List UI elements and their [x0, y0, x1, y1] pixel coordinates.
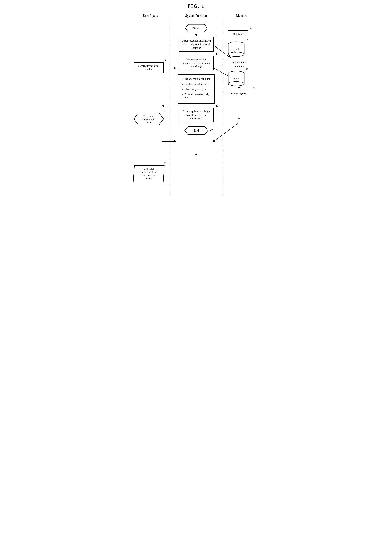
svg-text:User input: User input: [144, 167, 154, 170]
node19-number: 19: [164, 162, 167, 165]
database-wrapper: 5 Database: [228, 30, 248, 38]
bullet-item-4: Provides corrective help tips: [185, 92, 212, 99]
start-node: Start: [185, 24, 207, 33]
svg-text:User correct: User correct: [143, 115, 155, 118]
node16-number: 16: [216, 53, 218, 56]
diagram-body: Start 1 System acquires information when…: [128, 21, 264, 196]
knowledge-base-wrapper: 12 Knowledge base: [228, 90, 251, 97]
database-number: 5: [250, 27, 252, 30]
knowledge-base-number: 12: [252, 87, 255, 90]
database-box: Database: [228, 30, 248, 38]
node19-parallelogram: User input actual problem and corrective…: [133, 165, 165, 185]
node17-wrapper: 17 System update knowledge base if there…: [179, 108, 214, 123]
node18-number: 18: [163, 109, 166, 112]
col-header-right: Memory: [226, 14, 258, 18]
svg-marker-25: [212, 140, 216, 142]
node18-hex: User correct problem with help: [134, 112, 164, 125]
right-column: 5 Database 4 Hard Disk Save in: [223, 21, 264, 97]
harddisk1-number: 4: [247, 38, 248, 41]
column-headers: User Inputs System Function Memory: [128, 14, 264, 18]
node15-number: 15: [163, 59, 166, 62]
col-header-left: User Inputs: [134, 14, 166, 18]
bullet-item-1: Reports trouble condition: [185, 77, 212, 81]
bullet-list-box: Reports trouble condition Displays possi…: [178, 74, 215, 104]
svg-marker-13: [174, 140, 176, 142]
harddisk1-wrapper: 4 Hard Disk: [228, 41, 245, 58]
node18-wrapper: 18 User correct problem with help: [134, 112, 164, 126]
node16-box: System analysis the equipment with its a…: [179, 56, 214, 70]
svg-text:actual problem: actual problem: [142, 171, 156, 173]
svg-marker-27: [238, 118, 240, 120]
node19-wrapper: 19 User input actual problem and correct…: [133, 165, 165, 185]
center-column: Start 1 System acquires information when…: [170, 21, 223, 136]
bullet-item-3: Gives analysis report: [185, 87, 212, 91]
svg-marker-15: [195, 154, 197, 156]
harddisk2-wrapper: 13 Hard Disk: [228, 71, 245, 87]
svg-text:problem with: problem with: [142, 118, 155, 120]
svg-text:Disk: Disk: [234, 51, 239, 54]
knowledge-base-box: Knowledge base: [228, 90, 251, 97]
svg-text:Hard: Hard: [234, 77, 239, 80]
diagram-container: User Inputs System Function Memory: [128, 14, 264, 205]
node1-wrapper: 1 System acquires information when equip…: [179, 37, 214, 52]
svg-text:End: End: [194, 129, 199, 132]
svg-text:Start: Start: [193, 26, 200, 30]
svg-text:help: help: [147, 121, 151, 123]
end-hex: End: [184, 126, 208, 135]
node20-number: 20: [210, 129, 213, 131]
bullet-list: Reports trouble condition Displays possi…: [181, 77, 212, 99]
end-node-wrapper: 20 End: [184, 126, 208, 136]
col-header-center: System Function: [180, 14, 212, 18]
node1-box: System acquires information when equipme…: [179, 37, 214, 52]
node17-box: System update knowledge base if there is…: [179, 108, 214, 123]
page-title: FIG. 1: [128, 3, 264, 9]
harddisk1-cylinder: Hard Disk: [228, 41, 245, 57]
svg-text:Disk: Disk: [234, 80, 239, 83]
left-column: 15 User request analysis trouble 18 User…: [128, 21, 170, 185]
node15-wrapper: 15 User request analysis trouble: [134, 62, 164, 73]
node19-shape: User input actual problem and corrective…: [133, 165, 165, 184]
harddisk2-cylinder: Hard Disk: [228, 71, 245, 87]
node15-box: User request analysis trouble: [134, 62, 164, 73]
svg-text:action: action: [146, 177, 152, 180]
bullet-item-2: Displays possible cause: [185, 82, 212, 86]
node17-number: 17: [216, 105, 218, 107]
node1-number: 1: [215, 34, 217, 37]
svg-text:and corrective: and corrective: [142, 174, 156, 176]
harddisk2-number: 13: [246, 68, 248, 71]
node16-wrapper: 16 System analysis the equipment with it…: [179, 56, 214, 70]
svg-text:Hard: Hard: [234, 48, 239, 50]
